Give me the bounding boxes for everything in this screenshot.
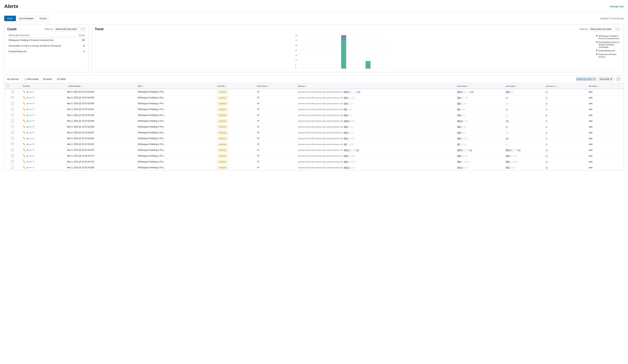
more-icon[interactable]: ••• — [29, 97, 32, 99]
row-checkbox[interactable] — [11, 166, 14, 169]
header-filename[interactable]: file.name ⌄ — [587, 83, 624, 89]
investigate-icon[interactable]: ⊞ — [27, 131, 28, 134]
trend-chevron-down-icon[interactable]: ▼ — [617, 28, 619, 30]
more-icon[interactable]: ••• — [29, 167, 32, 169]
header-rule[interactable]: Rule ⌄ — [136, 83, 215, 89]
alert-icon[interactable]: 🛡 — [32, 155, 34, 157]
edit-icon[interactable]: ✏️ — [23, 131, 26, 134]
edit-icon[interactable]: ✏️ — [23, 102, 26, 105]
header-reason[interactable]: Reason ⌄ — [296, 83, 455, 89]
columns-button[interactable]: ⊞ Columns — [7, 78, 19, 80]
edit-icon[interactable]: ✏️ — [23, 166, 26, 169]
alert-icon[interactable]: 🛡 — [32, 126, 34, 128]
row-checkbox[interactable] — [11, 120, 14, 122]
tab-closed[interactable]: Closed — [37, 16, 49, 21]
alert-icon[interactable]: 🛡 — [32, 143, 34, 145]
more-icon[interactable]: ••• — [29, 131, 32, 134]
more-icon[interactable]: ••• — [29, 155, 32, 157]
investigate-icon[interactable]: ⊞ — [27, 155, 28, 157]
edit-icon[interactable]: ✏️ — [23, 149, 26, 151]
more-icon[interactable]: ••• — [29, 149, 32, 151]
edit-icon[interactable]: ✏️ — [23, 96, 26, 99]
alert-icon[interactable]: 🛡 — [32, 120, 34, 122]
alert-icon[interactable]: 🛡 — [32, 131, 34, 134]
fullscreen-button[interactable]: ⛶ — [616, 77, 621, 81]
investigate-icon[interactable]: ⊞ — [27, 114, 28, 117]
row-checkbox[interactable] — [11, 102, 14, 105]
row-checkbox[interactable] — [11, 160, 14, 163]
manage-rules-link[interactable]: Manage rules — [610, 5, 624, 8]
more-icon[interactable]: ••• — [29, 91, 32, 93]
row-checkbox[interactable] — [11, 96, 14, 99]
row-checkbox[interactable] — [11, 137, 14, 139]
more-icon[interactable]: ••• — [29, 161, 32, 163]
investigate-icon[interactable]: ⊞ — [27, 137, 28, 140]
severity-badge: medium — [217, 125, 228, 128]
investigate-icon[interactable]: ⊞ — [27, 143, 28, 145]
row-checkbox[interactable] — [11, 114, 14, 116]
more-icon[interactable]: ••• — [29, 114, 32, 116]
row-checkbox[interactable] — [11, 131, 14, 134]
more-icon[interactable]: ••• — [29, 108, 32, 110]
row-checkbox[interactable] — [11, 90, 14, 93]
header-riskscore[interactable]: Risk Score ⌄ — [255, 83, 296, 89]
alert-icon[interactable]: 🛡 — [32, 149, 34, 151]
edit-icon[interactable]: ✏️ — [23, 91, 26, 93]
header-username[interactable]: user.name ⌄ — [504, 83, 544, 89]
edit-icon[interactable]: ✏️ — [23, 143, 26, 146]
more-icon[interactable]: ••• — [29, 103, 32, 105]
alert-icon[interactable]: 🛡 — [32, 167, 34, 169]
investigate-icon[interactable]: ⊞ — [27, 91, 28, 93]
edit-icon[interactable]: ✏️ — [23, 120, 26, 122]
row-process: ▓ — [544, 130, 587, 136]
count-table: kibana.alert.rule.name Count Whitespace … — [7, 33, 86, 54]
edit-icon[interactable]: ✏️ — [23, 108, 26, 111]
row-checkbox[interactable] — [11, 125, 14, 128]
header-hostname[interactable]: host.name ⌄ — [455, 83, 504, 89]
edit-icon[interactable]: ✏️ — [23, 137, 26, 140]
investigate-icon[interactable]: ⊞ — [27, 161, 28, 163]
row-severity: medium — [215, 159, 255, 165]
header-severity[interactable]: Severity ⌄ — [215, 83, 255, 89]
header-timestamp[interactable]: ↓ @timestamp ⌄ — [65, 83, 136, 89]
alert-icon[interactable]: 🛡 — [32, 137, 34, 139]
alert-icon[interactable]: 🛡 — [32, 161, 34, 163]
row-checkbox[interactable] — [11, 108, 14, 110]
more-icon[interactable]: ••• — [29, 137, 32, 139]
investigate-icon[interactable]: ⊞ — [27, 108, 28, 111]
row-checkbox[interactable] — [11, 154, 14, 157]
investigate-icon[interactable]: ⊞ — [27, 149, 28, 151]
edit-icon[interactable]: ✏️ — [23, 161, 26, 163]
alert-icon[interactable]: 🛡 — [32, 91, 34, 93]
investigate-icon[interactable]: ⊞ — [27, 167, 28, 169]
edit-icon[interactable]: ✏️ — [23, 125, 26, 128]
row-checkbox[interactable] — [11, 149, 14, 151]
row-checkbox[interactable] — [11, 143, 14, 145]
tab-acknowledged[interactable]: Acknowledged — [16, 16, 37, 21]
edit-icon[interactable]: ✏️ — [23, 155, 26, 157]
additional-filters-button[interactable]: Additional filters ▼ — [576, 77, 596, 81]
more-icon[interactable]: ••• — [29, 126, 32, 128]
trend-stack-by-select[interactable]: kibana.alert.rule.name ✕ ▼ — [589, 27, 621, 31]
tab-open[interactable]: Open — [4, 16, 16, 21]
fields-label: Fields — [60, 78, 66, 80]
investigate-icon[interactable]: ⊞ — [27, 126, 28, 128]
trend-clear-icon[interactable]: ✕ — [615, 28, 617, 30]
clear-icon[interactable]: ✕ — [80, 28, 82, 30]
edit-icon[interactable]: ✏️ — [23, 114, 26, 117]
count-stack-by-select[interactable]: kibana.alert.rule.name ✕ ▼ — [54, 27, 86, 31]
grid-view-button[interactable]: Grid view ▼ — [598, 77, 614, 81]
fields-button[interactable]: ⊟ Fields — [57, 78, 66, 80]
more-icon[interactable]: ••• — [29, 120, 32, 122]
alert-icon[interactable]: 🛡 — [32, 97, 34, 99]
investigate-icon[interactable]: ⊞ — [27, 97, 28, 99]
alert-icon[interactable]: 🛡 — [32, 114, 34, 116]
select-all-checkbox[interactable] — [6, 85, 9, 87]
alert-icon[interactable]: 🛡 — [32, 103, 34, 105]
investigate-icon[interactable]: ⊞ — [27, 103, 28, 105]
alert-icon[interactable]: 🛡 — [32, 108, 34, 110]
investigate-icon[interactable]: ⊞ — [27, 120, 28, 122]
more-icon[interactable]: ••• — [29, 143, 32, 145]
chevron-down-icon[interactable]: ▼ — [82, 28, 84, 30]
header-process[interactable]: process.n... ⌄ — [544, 83, 587, 89]
